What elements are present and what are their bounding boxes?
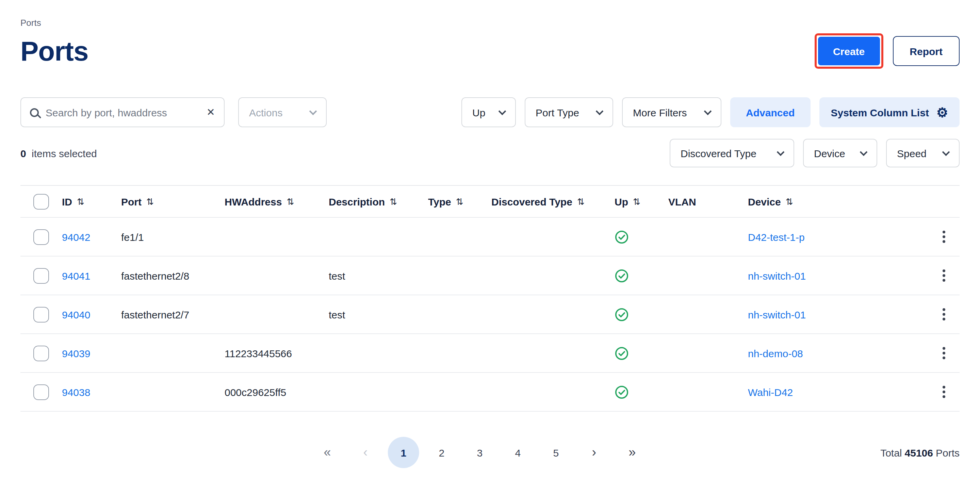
discovered-type-filter-dropdown[interactable]: Discovered Type [670,139,794,167]
system-column-list-button[interactable]: System Column List ⚙ [819,97,960,127]
selection-count: 0 [21,147,26,159]
column-header-description[interactable]: Description ⇅ [329,196,428,207]
next-page-button[interactable]: › [579,437,610,468]
gear-icon: ⚙ [937,106,948,119]
page-button-3[interactable]: 3 [464,437,495,468]
column-header-id[interactable]: ID ⇅ [62,196,121,207]
row-checkbox[interactable] [33,384,49,400]
device-filter-label: Device [814,147,845,159]
port-id-link[interactable]: 94042 [62,231,90,243]
device-link[interactable]: nh-switch-01 [748,308,806,320]
chevron-down-icon [860,148,868,156]
sort-icon[interactable]: ⇅ [786,196,793,207]
chevron-down-icon [777,148,785,156]
description-value: test [329,270,428,281]
search-box[interactable]: ✕ [21,97,224,127]
up-filter-dropdown[interactable]: Up [461,97,516,127]
row-checkbox[interactable] [33,268,49,283]
sort-icon[interactable]: ⇅ [77,196,84,207]
device-link[interactable]: Wahi-D42 [748,386,793,398]
page-button-4[interactable]: 4 [502,437,533,468]
row-menu-button[interactable] [930,347,959,359]
column-header-hwaddress[interactable]: HWAddress ⇅ [224,196,329,207]
system-column-list-label: System Column List [831,107,929,118]
select-all-checkbox[interactable] [33,194,49,209]
table-row: 94040 fastethernet2/7 test nh-switch-01 [21,295,959,334]
port-id-link[interactable]: 94041 [62,270,90,281]
column-label-discovered-type: Discovered Type [492,196,572,207]
row-menu-button[interactable] [930,231,959,243]
hwaddress-value: 000c29625ff5 [224,386,329,398]
device-filter-dropdown[interactable]: Device [803,139,877,167]
total-unit: Ports [936,447,959,458]
row-checkbox[interactable] [33,307,49,322]
ports-table: ID ⇅ Port ⇅ HWAddress ⇅ Description ⇅ Ty… [21,185,959,412]
last-page-button[interactable]: » [617,437,648,468]
more-filters-dropdown[interactable]: More Filters [622,97,721,127]
breadcrumb[interactable]: Ports [21,0,959,28]
device-link[interactable]: nh-switch-01 [748,270,806,281]
speed-filter-label: Speed [897,147,927,159]
port-type-filter-dropdown[interactable]: Port Type [525,97,613,127]
row-checkbox[interactable] [33,345,49,361]
sort-icon[interactable]: ⇅ [390,196,397,207]
port-id-link[interactable]: 94038 [62,386,90,398]
column-label-description: Description [329,196,385,207]
sort-icon[interactable]: ⇅ [286,196,294,207]
discovered-type-filter-label: Discovered Type [681,147,756,159]
column-label-type: Type [428,196,451,207]
up-status-check-icon [614,307,629,321]
row-checkbox[interactable] [33,229,49,245]
row-menu-button[interactable] [930,386,959,398]
column-label-device: Device [748,196,781,207]
create-button-highlight: Create [815,33,883,69]
port-id-link[interactable]: 94040 [62,308,90,320]
report-button[interactable]: Report [892,36,959,66]
search-icon [30,108,39,117]
table-row: 94038 000c29625ff5 Wahi-D42 [21,373,959,412]
page-button-5[interactable]: 5 [540,437,572,468]
total-count: Total 45106 Ports [880,437,959,468]
column-header-type[interactable]: Type ⇅ [428,196,492,207]
speed-filter-dropdown[interactable]: Speed [886,139,959,167]
table-footer: « ‹ 1 2 3 4 5 › » Total 45106 Ports [21,437,959,468]
sort-icon[interactable]: ⇅ [146,196,154,207]
device-link[interactable]: nh-demo-08 [748,347,803,359]
actions-dropdown[interactable]: Actions [238,97,327,127]
chevron-down-icon [309,108,317,115]
device-link[interactable]: D42-test-1-p [748,231,805,243]
page-button-2[interactable]: 2 [426,437,457,468]
column-label-hwaddress: HWAddress [224,196,282,207]
column-header-up[interactable]: Up ⇅ [614,196,668,207]
column-header-port[interactable]: Port ⇅ [121,196,224,207]
first-page-button[interactable]: « [312,437,343,468]
column-header-vlan: VLAN [668,196,748,207]
description-value: test [329,308,428,320]
page-title: Ports [21,35,89,67]
page-header: Ports Create Report [21,33,959,69]
more-filters-label: More Filters [633,107,687,118]
sort-icon[interactable]: ⇅ [577,196,585,207]
page-button-1[interactable]: 1 [388,437,419,468]
clear-search-icon[interactable]: ✕ [207,106,215,118]
row-menu-button[interactable] [930,308,959,321]
port-id-link[interactable]: 94039 [62,347,90,359]
total-label: Total [880,447,902,458]
column-header-discovered-type[interactable]: Discovered Type ⇅ [492,196,614,207]
sort-icon[interactable]: ⇅ [456,196,463,207]
advanced-button[interactable]: Advanced [730,97,810,127]
up-status-check-icon [614,385,629,399]
prev-page-button[interactable]: ‹ [350,437,381,468]
port-type-filter-label: Port Type [536,107,579,118]
column-header-device[interactable]: Device ⇅ [748,196,930,207]
chevron-down-icon [704,108,712,115]
actions-label: Actions [249,107,282,118]
port-name: fastethernet2/7 [121,308,224,320]
hwaddress-value: 112233445566 [224,347,329,359]
total-value: 45106 [905,447,933,458]
row-menu-button[interactable] [930,269,959,282]
sort-icon[interactable]: ⇅ [633,196,640,207]
create-button[interactable]: Create [818,37,880,65]
secondary-filters: Discovered Type Device Speed [670,139,959,167]
search-input[interactable] [46,107,200,118]
